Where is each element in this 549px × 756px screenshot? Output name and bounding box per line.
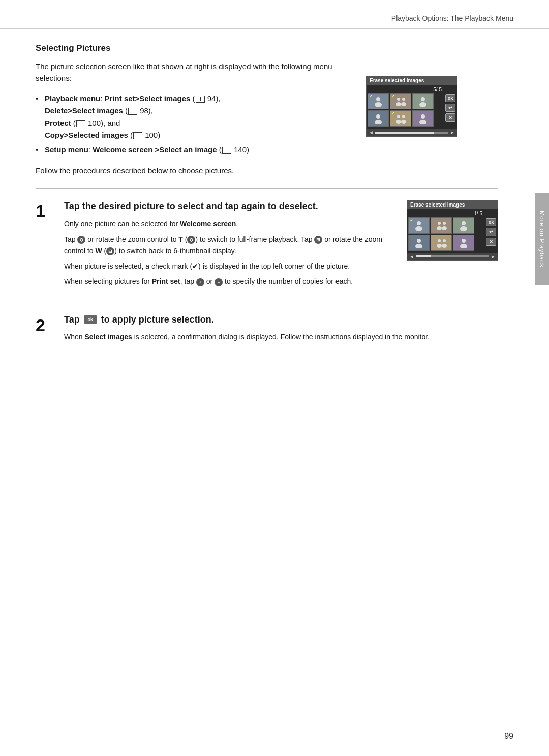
undo-button-step1[interactable]: ↩ [486,228,496,236]
thumb-2 [390,93,411,109]
svg-point-4 [402,98,405,101]
ok-button-top[interactable]: ok [445,94,455,102]
top-thumb-grid [368,93,456,127]
step-1-content: Tap the desired picture to select and ta… [64,200,396,292]
svg-point-2 [397,98,400,101]
thumb-5 [390,110,411,127]
grid-icon: ⊞ [314,236,322,244]
step-2-content: Tap ok to apply picture selection. When … [64,314,498,346]
s1-thumb-5 [431,235,452,251]
thumb-1 [368,93,389,109]
print-set-bold: Print set [152,277,180,285]
bullet-2-prefix: Setup menu [45,145,88,154]
divider-2 [36,303,498,303]
x-button-step1[interactable]: ✕ [486,238,496,246]
top-camera-buttons: ok ↩ ✕ [444,93,457,123]
step-1-screen-area: Erase selected images 1/ 5 [407,200,498,261]
bullet-1-ref: ( 94), [190,94,220,103]
bullet-2-colon: : [88,145,93,154]
step1-thumb-grid [408,217,497,251]
svg-point-23 [460,226,467,231]
s1-progress-bar [416,255,489,257]
page-number: 99 [504,732,513,741]
bullet-2-welcome: Welcome screen >Select an image [93,145,217,154]
w-icon: ⊟ [106,247,114,255]
bullet-1-ref3: ( 100), and [71,119,120,127]
top-screen-title: Erase selected images [367,76,457,85]
step-2-title-prefix: Tap [64,314,80,325]
svg-point-16 [417,221,421,225]
s1-thumb-3 [453,217,474,234]
undo-button-top[interactable]: ↩ [445,104,455,112]
step-2-section: 2 Tap ok to apply picture selection. Whe… [36,314,498,346]
step-1-number: 1 [36,202,54,219]
book-icon-2 [128,108,137,115]
svg-point-11 [396,120,401,124]
svg-point-6 [421,97,425,101]
svg-point-27 [437,244,442,248]
bullet-list: Playback menu: Print set>Select images (… [36,93,351,156]
svg-point-0 [376,97,380,101]
step-2-title: Tap ok to apply picture selection. [64,314,498,325]
step-1-note-4: When selecting pictures for Print set, t… [64,276,396,287]
bullet-1-delete: Delete>Select images [45,106,123,115]
section-title: Selecting Pictures [36,43,498,53]
intro-paragraph: The picture selection screen like that s… [36,61,351,84]
divider-1 [36,188,498,189]
svg-point-9 [375,120,382,124]
bullet-1-copy: Copy>Selected images [45,131,128,139]
plus-icon: + [196,278,204,286]
ok-button-step1[interactable]: ok [486,218,496,226]
thumb-3 [412,93,434,109]
progress-inner [375,132,434,134]
progress-bar [375,132,448,134]
top-text-area: The picture selection screen like that s… [36,61,351,158]
check-mark-symbol: ✔ [192,262,198,270]
sidebar-tab: More on Playback [535,193,549,285]
svg-point-10 [397,115,400,118]
svg-point-29 [442,244,447,248]
svg-point-19 [437,226,442,230]
bullet-2: Setup menu: Welcome screen >Select an im… [36,143,351,156]
s1-progress-inner [416,255,431,257]
svg-point-1 [375,102,382,107]
top-camera-screen: Erase selected images 5/ 5 [366,76,458,137]
svg-point-31 [460,244,467,248]
bullet-1-colon: : [100,94,104,103]
svg-point-7 [419,102,426,107]
step-1-title-text: Tap the desired picture to select and ta… [64,201,318,211]
step-1-note-1: Only one picture can be selected for Wel… [64,218,396,229]
step1-counter: 1/ 5 [408,211,497,217]
svg-point-18 [438,222,441,225]
step-1-note-2: Tap Q or rotate the zoom control to T (Q… [64,234,396,256]
svg-point-24 [417,239,421,243]
t-icon: Q [187,236,195,244]
nav-left: ◄ [369,130,374,135]
svg-point-12 [402,115,405,118]
nav-right: ► [450,130,455,135]
s1-thumb-1 [408,217,430,234]
select-images-bold: Select images [84,333,132,341]
minus-icon: − [215,278,223,286]
book-icon-3 [76,120,85,127]
step1-screen-title: Erase selected images [407,200,498,209]
bullet-1-bold: Print set>Select images [105,94,191,103]
x-button-top[interactable]: ✕ [445,113,455,122]
step1-camera-buttons: ok ↩ ✕ [484,217,498,247]
svg-point-8 [376,114,380,119]
top-area: The picture selection screen like that s… [36,61,498,158]
svg-point-15 [419,120,426,124]
book-icon-5 [222,147,231,154]
w-bold: W [95,247,102,255]
top-nav-bar: ◄ ► [367,129,457,136]
svg-point-14 [421,114,425,119]
svg-point-3 [396,102,401,106]
page: Playback Options: The Playback Menu More… [0,0,549,756]
bullet-1-protect: Protect [45,119,71,127]
step-2-title-suffix: to apply picture selection. [101,314,214,325]
step-1-note-3: When picture is selected, a check mark (… [64,260,396,272]
s1-thumb-6 [453,235,474,251]
main-content: Selecting Pictures The picture selection… [0,29,549,377]
book-icon-1 [196,96,205,103]
step-1-section: 1 Tap the desired picture to select and … [36,200,498,292]
